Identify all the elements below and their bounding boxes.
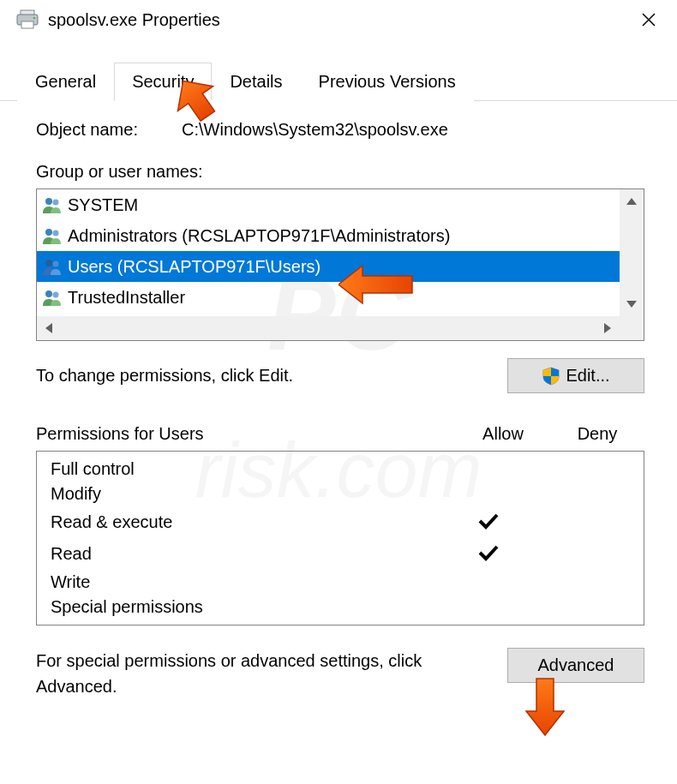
svg-point-11 — [53, 292, 59, 298]
list-item[interactable]: SYSTEM — [37, 189, 644, 220]
object-name-label: Object name: — [36, 120, 182, 140]
group-user-listbox[interactable]: SYSTEM Administrators (RCSLAPTOP971F\Adm… — [36, 189, 644, 341]
users-icon — [42, 258, 63, 275]
list-item-label: Administrators (RCSLAPTOP971F\Administra… — [68, 226, 450, 246]
perm-name: Special permissions — [51, 597, 441, 617]
scroll-right-icon[interactable] — [596, 316, 620, 340]
users-icon — [42, 196, 63, 213]
scroll-left-icon[interactable] — [37, 316, 61, 340]
allow-column-header: Allow — [456, 424, 550, 444]
svg-rect-2 — [21, 21, 33, 28]
object-name-value: C:\Windows\System32\spoolsv.exe — [182, 120, 448, 140]
svg-point-8 — [45, 260, 52, 266]
group-names-label: Group or user names: — [36, 162, 644, 182]
tab-general[interactable]: General — [17, 63, 114, 101]
svg-point-3 — [33, 17, 36, 20]
svg-point-4 — [45, 198, 52, 205]
shield-icon — [542, 367, 560, 386]
edit-button-label: Edit... — [566, 366, 609, 386]
perm-row: Read — [37, 538, 644, 570]
perm-row: Special permissions — [37, 595, 644, 619]
tab-previous-versions[interactable]: Previous Versions — [301, 63, 474, 101]
svg-point-7 — [53, 230, 59, 236]
advanced-text: For special permissions or advanced sett… — [36, 648, 507, 699]
list-item-label: TrustedInstaller — [68, 288, 185, 308]
perm-row: Modify — [37, 482, 644, 506]
perm-name: Modify — [51, 484, 441, 504]
perm-row: Read & execute — [37, 506, 644, 538]
close-icon[interactable] — [636, 7, 662, 33]
perm-name: Write — [51, 572, 441, 592]
users-icon — [42, 289, 63, 306]
tabs: General Security Details Previous Versio… — [0, 62, 677, 101]
svg-point-9 — [53, 261, 59, 267]
edit-button[interactable]: Edit... — [507, 358, 644, 393]
users-icon — [42, 227, 63, 244]
scroll-down-icon[interactable] — [620, 292, 644, 316]
printer-icon — [15, 9, 39, 30]
scroll-up-icon[interactable] — [620, 189, 644, 213]
change-permissions-text: To change permissions, click Edit. — [36, 366, 507, 386]
perm-name: Read — [51, 544, 441, 564]
svg-point-10 — [45, 290, 52, 297]
window-title: spoolsv.exe Properties — [48, 10, 636, 30]
perm-allow-check — [441, 509, 536, 536]
deny-column-header: Deny — [550, 424, 644, 444]
horizontal-scrollbar[interactable] — [37, 316, 620, 340]
perm-name: Full control — [51, 459, 441, 479]
list-item-selected[interactable]: Users (RCSLAPTOP971F\Users) — [37, 251, 644, 282]
tab-details[interactable]: Details — [212, 63, 300, 101]
tab-security[interactable]: Security — [114, 63, 212, 101]
list-item-label: Users (RCSLAPTOP971F\Users) — [68, 257, 321, 277]
vertical-scrollbar[interactable] — [620, 189, 644, 316]
svg-point-6 — [45, 229, 52, 236]
perm-allow-check — [441, 541, 536, 567]
svg-point-5 — [53, 200, 59, 206]
advanced-button[interactable]: Advanced — [507, 648, 644, 683]
list-item[interactable]: TrustedInstaller — [37, 282, 644, 313]
scroll-corner — [620, 316, 644, 340]
perm-row: Full control — [37, 457, 644, 482]
permissions-for-label: Permissions for Users — [36, 424, 204, 444]
titlebar: spoolsv.exe Properties — [0, 0, 677, 41]
perm-name: Read & execute — [51, 512, 441, 532]
list-item-label: SYSTEM — [68, 195, 138, 215]
permissions-box: Full control Modify Read & execute Read — [36, 451, 644, 625]
list-item[interactable]: Administrators (RCSLAPTOP971F\Administra… — [37, 220, 644, 251]
advanced-button-label: Advanced — [538, 655, 614, 675]
perm-row: Write — [37, 570, 644, 595]
